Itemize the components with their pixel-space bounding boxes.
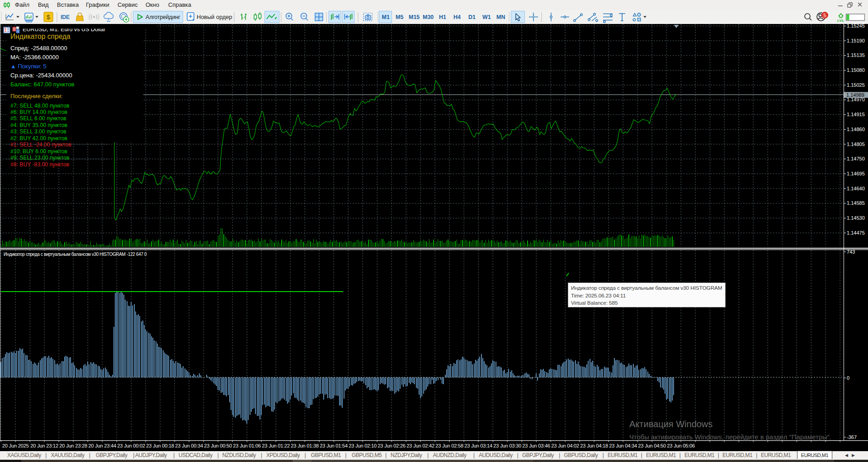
svg-text:23 Jun 02:58: 23 Jun 02:58 [435, 443, 463, 448]
svg-text:$: $ [47, 14, 50, 21]
svg-text:#4: BUY 35.00 пунктов: #4: BUY 35.00 пунктов [10, 122, 67, 128]
svg-text:23 Jun 00:50: 23 Jun 00:50 [204, 443, 232, 448]
svg-text:23 Jun 03:30: 23 Jun 03:30 [493, 443, 521, 448]
svg-text:LVL: LVL [837, 19, 844, 23]
svg-text:23 Jun 04:02: 23 Jun 04:02 [551, 443, 579, 448]
svg-text:23 Jun 01:54: 23 Jun 01:54 [320, 443, 348, 448]
svg-text:Чтобы активировать Windows, пе: Чтобы активировать Windows, перейдите в … [629, 434, 831, 441]
svg-text:Последние сделки:: Последние сделки: [10, 93, 63, 99]
svg-text:23 Jun 00:02: 23 Jun 00:02 [117, 443, 145, 448]
svg-text:M30: M30 [423, 14, 434, 20]
svg-text:#8: BUY -83.00 пунктов: #8: BUY -83.00 пунктов [10, 161, 69, 168]
svg-text:20 Jun 2025: 20 Jun 2025 [2, 443, 29, 448]
svg-text:Virtual Balance: 585: Virtual Balance: 585 [571, 300, 618, 306]
svg-text:Индикатор спреда: Индикатор спреда [10, 33, 71, 40]
svg-text:MN: MN [496, 14, 505, 20]
svg-text:1.15245: 1.15245 [847, 24, 865, 28]
svg-text:1.14585: 1.14585 [847, 200, 865, 206]
svg-text:Баланс: 647.00 пунктов: Баланс: 647.00 пунктов [10, 81, 74, 88]
svg-text:#5: SELL 6.00 пунктов: #5: SELL 6.00 пунктов [10, 115, 66, 122]
svg-text:1.14530: 1.14530 [847, 215, 865, 221]
svg-text:0: 0 [847, 375, 849, 381]
svg-text:23 Jun 01:22: 23 Jun 01:22 [262, 443, 290, 448]
svg-text:Спред: -25488.00000: Спред: -25488.00000 [10, 45, 67, 52]
svg-text:#7: SELL 48.00 пунктов: #7: SELL 48.00 пунктов [10, 103, 70, 109]
svg-text:Ср.цена: -25434.00000: Ср.цена: -25434.00000 [10, 72, 72, 79]
svg-text:23 Jun 00:18: 23 Jun 00:18 [146, 443, 174, 448]
svg-text:W1: W1 [482, 14, 491, 20]
svg-text:5: 5 [823, 13, 826, 18]
svg-text:D1: D1 [468, 14, 476, 20]
svg-text:23 Jun 02:10: 23 Jun 02:10 [349, 443, 377, 448]
svg-text:Активация Windows: Активация Windows [629, 419, 712, 429]
svg-text:23 Jun 04:50: 23 Jun 04:50 [638, 443, 666, 448]
svg-text:23 Jun 01:06: 23 Jun 01:06 [233, 443, 261, 448]
svg-text:743: 743 [847, 249, 855, 255]
svg-text:1.14915: 1.14915 [847, 112, 865, 117]
svg-text:1.14695: 1.14695 [847, 171, 865, 176]
svg-text:MA: -25366.00000: MA: -25366.00000 [10, 54, 59, 61]
svg-text:1.14750: 1.14750 [847, 156, 865, 161]
svg-text:▲ Покупки: 5: ▲ Покупки: 5 [10, 63, 47, 70]
svg-text:#2: BUY 42.00 пунктов: #2: BUY 42.00 пунктов [10, 135, 67, 141]
svg-text:IDE: IDE [61, 14, 70, 20]
svg-text:H1: H1 [439, 14, 446, 20]
svg-text:23 Jun 02:26: 23 Jun 02:26 [377, 443, 406, 448]
svg-text:1.15025: 1.15025 [847, 82, 865, 88]
svg-text:23 Jun 04:34: 23 Jun 04:34 [609, 443, 637, 448]
svg-text:23 Jun 00:34: 23 Jun 00:34 [175, 443, 203, 448]
svg-text:M1: M1 [382, 14, 390, 20]
svg-text:M15: M15 [409, 14, 420, 20]
svg-text:#10: BUY 6.00 пунктов: #10: BUY 6.00 пунктов [10, 148, 67, 155]
svg-text:1.15135: 1.15135 [847, 52, 865, 58]
svg-text:23 Jun 03:46: 23 Jun 03:46 [522, 443, 550, 448]
svg-text:1.14640: 1.14640 [847, 186, 865, 191]
svg-text:20 Jun 23:28: 20 Jun 23:28 [59, 443, 87, 448]
svg-text:Индикатор спреда с виртуальным: Индикатор спреда с виртуальным балансом … [571, 285, 722, 291]
svg-text:H4: H4 [453, 14, 461, 20]
svg-text:1.14805: 1.14805 [847, 141, 865, 147]
svg-text:Алготрейдинг: Алготрейдинг [146, 14, 180, 20]
svg-text:1.14989: 1.14989 [846, 92, 864, 98]
svg-text:20 Jun 23:12: 20 Jun 23:12 [30, 443, 58, 448]
svg-text:-367: -367 [847, 434, 857, 440]
svg-text:1.14860: 1.14860 [847, 127, 865, 132]
svg-text:1.15190: 1.15190 [847, 38, 865, 43]
svg-text:#3: SELL 3.00 пунктов: #3: SELL 3.00 пунктов [10, 128, 66, 135]
svg-text:#1: SELL -24.00 пунктов: #1: SELL -24.00 пунктов [10, 141, 71, 148]
svg-text:#9: SELL 23.00 пунктов: #9: SELL 23.00 пунктов [10, 155, 70, 161]
svg-text:#6: BUY 14.00 пунктов: #6: BUY 14.00 пунктов [10, 109, 67, 115]
svg-text:M5: M5 [396, 14, 403, 20]
svg-text:1.15080: 1.15080 [847, 67, 865, 73]
svg-text:23 Jun 02:42: 23 Jun 02:42 [406, 443, 434, 448]
svg-text:1.14475: 1.14475 [847, 230, 865, 236]
svg-text:23 Jun 04:18: 23 Jun 04:18 [580, 443, 608, 448]
svg-text:23 Jun 01:38: 23 Jun 01:38 [291, 443, 319, 448]
svg-text:Индикатор спреда с виртуальным: Индикатор спреда с виртуальным балансом … [4, 252, 147, 257]
svg-text:Новый ордер: Новый ордер [197, 14, 232, 20]
svg-text:23 Jun 05:06: 23 Jun 05:06 [667, 443, 695, 448]
svg-text:23 Jun 03:14: 23 Jun 03:14 [464, 443, 492, 448]
svg-text:Time: 2025.06.23 04:11: Time: 2025.06.23 04:11 [571, 292, 626, 299]
svg-text:20 Jun 23:44: 20 Jun 23:44 [88, 443, 116, 448]
